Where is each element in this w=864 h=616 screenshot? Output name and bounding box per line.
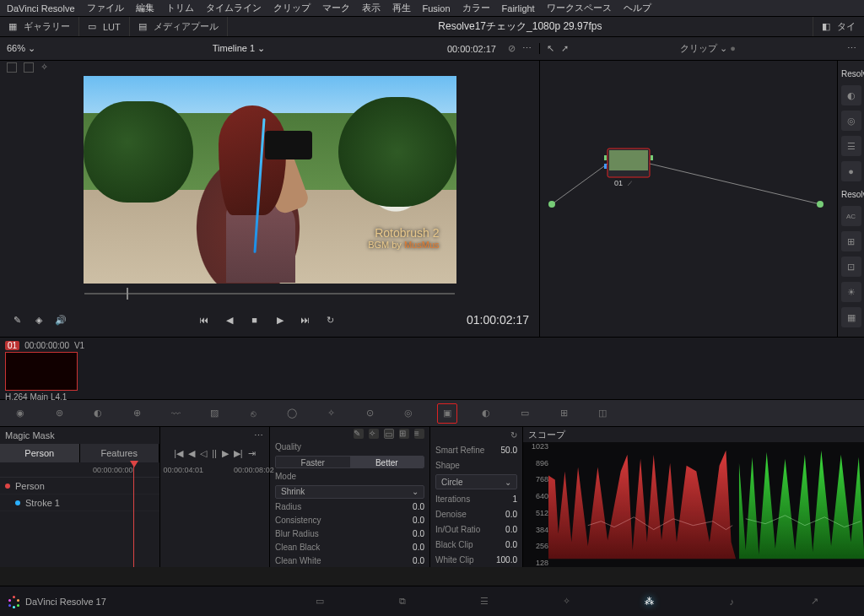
bc-value[interactable]: 0.0 [489, 540, 517, 549]
menu-edit[interactable]: 編集 [136, 2, 154, 14]
palette-window-icon[interactable]: ◯ [282, 403, 302, 424]
page-edit-icon[interactable]: ☰ [474, 594, 494, 609]
tool-1[interactable] [7, 62, 17, 73]
side-icon-9[interactable]: ▦ [841, 307, 861, 327]
kf-next-icon[interactable]: ▶| [234, 448, 243, 459]
palette-rgb-icon[interactable]: ⊕ [127, 403, 147, 424]
last-frame-button[interactable]: ⏭ [299, 313, 312, 327]
arrow-icon[interactable]: ➚ [561, 43, 569, 54]
palette-warper-icon[interactable]: ▨ [204, 403, 224, 424]
param-tool-4[interactable]: ⊞ [399, 429, 409, 439]
page-cut-icon[interactable]: ⧉ [392, 594, 413, 609]
io-value[interactable]: 0.0 [489, 525, 517, 534]
side-icon-8[interactable]: ☀ [841, 282, 861, 302]
prev-frame-button[interactable]: ◀ [223, 313, 236, 327]
timeline-name[interactable]: Timeline 1 ⌄ [42, 43, 435, 54]
transport-timecode[interactable]: 01:00:02:17 [467, 313, 529, 327]
palette-key-icon[interactable]: ▭ [515, 403, 535, 424]
menu-resolve[interactable]: DaVinci Resolve [7, 3, 75, 14]
tool-2[interactable] [24, 62, 34, 73]
palette-target-icon[interactable]: ◎ [398, 403, 418, 424]
side-icon-1[interactable]: ◐ [841, 85, 861, 105]
menu-clip[interactable]: クリップ [273, 2, 310, 14]
menu-help[interactable]: ヘルプ [624, 2, 651, 14]
picker-icon[interactable]: ✎ [10, 313, 24, 327]
radius-value[interactable]: 0.0 [396, 502, 424, 511]
mode-select[interactable]: Shrink⌄ [275, 485, 424, 499]
cleanwhite-value[interactable]: 0.0 [396, 556, 424, 565]
palette-3d-icon[interactable]: ◫ [592, 403, 613, 424]
first-frame-button[interactable]: ⏮ [197, 313, 211, 327]
param-tool-5[interactable]: ≡ [414, 429, 424, 439]
palette-blur-icon[interactable]: ◐ [476, 403, 496, 424]
wand-icon[interactable]: ✧ [40, 62, 48, 73]
menubar[interactable]: DaVinci Resolve ファイル 編集 トリム タイムライン クリップ … [0, 0, 864, 17]
side-icon-5[interactable]: AC [841, 206, 861, 226]
palette-sizing-icon[interactable]: ⊞ [554, 403, 574, 424]
reset-icon[interactable]: ↻ [510, 430, 517, 440]
viewer-timecode[interactable]: 00:00:02:17 [442, 44, 501, 54]
menu-file[interactable]: ファイル [87, 2, 124, 14]
menu-timeline[interactable]: タイムライン [206, 2, 262, 14]
tab-features[interactable]: Features [80, 444, 160, 462]
zoom-menu[interactable]: 66% ⌄ [7, 43, 35, 54]
menu-playback[interactable]: 再生 [392, 2, 411, 14]
wc-value[interactable]: 100.0 [489, 555, 517, 565]
kf-pause-icon[interactable]: || [212, 448, 217, 458]
menu-fusion[interactable]: Fusion [423, 3, 451, 14]
denoise-value[interactable]: 0.0 [489, 510, 517, 519]
magicmask-timeline[interactable]: 00:00:00:00 00:00:04:01 00:00:08:02 Pers… [0, 462, 159, 567]
palette-eyedrop-icon[interactable]: ◉ [10, 403, 30, 424]
iter-value[interactable]: 1 [489, 494, 517, 504]
side-icon-2[interactable]: ◎ [841, 111, 861, 131]
consistency-value[interactable]: 0.0 [396, 516, 424, 525]
row-person[interactable]: Person [0, 478, 159, 494]
stack-icon[interactable]: ◈ [32, 313, 46, 327]
volume-icon[interactable]: 🔊 [54, 313, 68, 327]
shape-select[interactable]: Circle⌄ [435, 474, 517, 489]
loop-button[interactable]: ↻ [324, 313, 338, 327]
row-stroke[interactable]: Stroke 1 [0, 494, 159, 511]
kf-prev-icon[interactable]: ◀ [188, 448, 195, 459]
palette-wheels-icon[interactable]: ⊚ [49, 403, 69, 424]
page-deliver-icon[interactable]: ↗ [804, 594, 824, 609]
kf-last-icon[interactable]: ⇥ [248, 448, 256, 459]
mm-options[interactable]: ⋯ [254, 430, 264, 441]
stop-button[interactable]: ■ [248, 313, 262, 327]
cleanblack-value[interactable]: 0.0 [396, 543, 424, 552]
page-fairlight-icon[interactable]: ♪ [721, 594, 742, 609]
kf-first-icon[interactable]: |◀ [174, 448, 183, 459]
side-icon-3[interactable]: ☰ [841, 136, 861, 156]
tab-person[interactable]: Person [0, 444, 80, 462]
node-options[interactable]: ⋯ [847, 43, 857, 54]
side-icon-6[interactable]: ⊞ [841, 231, 861, 251]
palette-primary-icon[interactable]: ◐ [88, 403, 108, 424]
kf-play-icon[interactable]: ▶ [222, 448, 229, 459]
smart-value[interactable]: 50.0 [489, 446, 517, 455]
kf-rev-icon[interactable]: ◁ [200, 448, 207, 459]
play-button[interactable]: ▶ [273, 313, 287, 327]
gallery-button[interactable]: ▦ ギャラリー [0, 17, 79, 36]
viewer-options[interactable]: ⋯ [522, 43, 532, 54]
viewer-scrub[interactable] [0, 284, 539, 303]
clip-menu[interactable]: クリップ ⌄ ● [575, 42, 840, 55]
menu-trim[interactable]: トリム [166, 2, 194, 14]
menu-view[interactable]: 表示 [362, 2, 381, 14]
right-panel-button[interactable]: ◧ タイ [813, 17, 864, 36]
palette-qualifier-icon[interactable]: ⎋ [243, 403, 263, 424]
seg-faster[interactable]: Faster [276, 457, 350, 467]
param-tool-2[interactable]: ✧ [369, 429, 379, 439]
param-tool-1[interactable]: ✎ [354, 429, 364, 439]
mediapool-button[interactable]: ▤ メディアプール [130, 17, 228, 36]
palette-curves-icon[interactable]: 〰 [165, 403, 186, 424]
menu-mark[interactable]: マーク [322, 2, 350, 14]
playhead[interactable] [133, 462, 134, 567]
side-icon-4[interactable]: ● [841, 161, 861, 181]
menu-color[interactable]: カラー [462, 2, 490, 14]
page-media-icon[interactable]: ▭ [310, 594, 330, 609]
param-tool-3[interactable]: ▭ [384, 429, 394, 439]
menu-workspace[interactable]: ワークスペース [547, 2, 612, 14]
clip-thumb[interactable] [5, 352, 78, 391]
pointer-icon[interactable]: ↖ [547, 43, 554, 54]
palette-magicmask-icon[interactable]: ▣ [437, 403, 457, 424]
